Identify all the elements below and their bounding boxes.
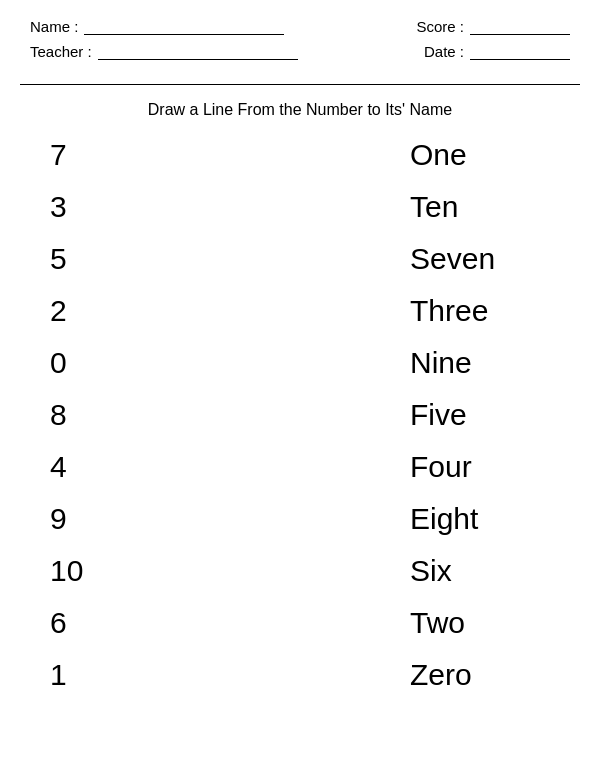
- matching-row: 8Five: [30, 389, 570, 441]
- instruction-text: Draw a Line From the Number to Its' Name: [0, 91, 600, 125]
- teacher-field: Teacher :: [30, 43, 298, 60]
- matching-row: 1Zero: [30, 649, 570, 701]
- date-input-line: [470, 44, 570, 60]
- number-cell: 10: [50, 554, 130, 588]
- score-field: Score :: [416, 18, 570, 35]
- number-cell: 9: [50, 502, 130, 536]
- header-row-1: Name : Score :: [30, 18, 570, 35]
- number-cell: 2: [50, 294, 130, 328]
- word-cell: Seven: [410, 242, 550, 276]
- number-cell: 3: [50, 190, 130, 224]
- date-field: Date :: [424, 43, 570, 60]
- word-cell: Two: [410, 606, 550, 640]
- matching-row: 4Four: [30, 441, 570, 493]
- matching-row: 7One: [30, 129, 570, 181]
- number-cell: 1: [50, 658, 130, 692]
- header-divider: [20, 84, 580, 85]
- name-field: Name :: [30, 18, 284, 35]
- word-cell: Eight: [410, 502, 550, 536]
- matching-row: 6Two: [30, 597, 570, 649]
- teacher-input-line: [98, 44, 298, 60]
- number-cell: 4: [50, 450, 130, 484]
- word-cell: Nine: [410, 346, 550, 380]
- header: Name : Score : Teacher : Date :: [0, 0, 600, 78]
- header-row-2: Teacher : Date :: [30, 43, 570, 60]
- word-cell: Zero: [410, 658, 550, 692]
- matching-row: 0Nine: [30, 337, 570, 389]
- number-cell: 6: [50, 606, 130, 640]
- date-label: Date :: [424, 43, 464, 60]
- word-cell: Five: [410, 398, 550, 432]
- number-cell: 5: [50, 242, 130, 276]
- word-cell: Three: [410, 294, 550, 328]
- word-cell: Four: [410, 450, 550, 484]
- matching-row: 2Three: [30, 285, 570, 337]
- score-label: Score :: [416, 18, 464, 35]
- name-input-line: [84, 19, 284, 35]
- score-input-line: [470, 19, 570, 35]
- matching-row: 3Ten: [30, 181, 570, 233]
- matching-row: 10Six: [30, 545, 570, 597]
- word-cell: One: [410, 138, 550, 172]
- word-cell: Ten: [410, 190, 550, 224]
- matching-row: 9Eight: [30, 493, 570, 545]
- matching-row: 5Seven: [30, 233, 570, 285]
- teacher-label: Teacher :: [30, 43, 92, 60]
- name-label: Name :: [30, 18, 78, 35]
- word-cell: Six: [410, 554, 550, 588]
- matching-area: 7One3Ten5Seven2Three0Nine8Five4Four9Eigh…: [0, 129, 600, 701]
- number-cell: 8: [50, 398, 130, 432]
- number-cell: 0: [50, 346, 130, 380]
- number-cell: 7: [50, 138, 130, 172]
